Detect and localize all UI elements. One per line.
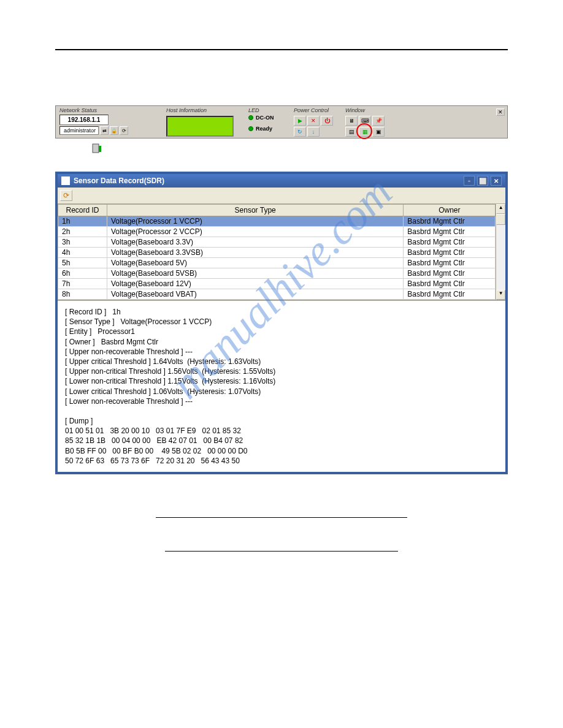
table-row[interactable]: 3hVoltage(Baseboard 3.3V)Basbrd Mgmt Ctl… xyxy=(58,237,496,248)
svg-rect-1 xyxy=(99,146,101,152)
rule-2 xyxy=(165,551,398,552)
lock-button[interactable]: 🔒 xyxy=(110,126,118,135)
table-row[interactable]: 2hVoltage(Processor 2 VCCP)Basbrd Mgmt C… xyxy=(58,227,496,237)
refresh-mini-button[interactable]: ⟳ xyxy=(120,126,128,135)
detail-pane: [ Record ID ] 1h [ Sensor Type ] Voltage… xyxy=(58,300,505,472)
led-label: LED xyxy=(248,107,286,113)
power-cycle-button[interactable]: ⏻ xyxy=(321,116,333,126)
sdr-window: Sensor Data Record(SDR) ▫ ⬜ ✕ ⟳ Record I… xyxy=(55,172,508,474)
top-rule xyxy=(55,49,508,50)
table-row[interactable]: 8hVoltage(Baseboard VBAT)Basbrd Mgmt Ctl… xyxy=(58,289,496,300)
minimize-button[interactable]: ▫ xyxy=(464,176,475,186)
rule-1 xyxy=(156,517,407,518)
network-status-label: Network Status xyxy=(59,107,159,113)
sdr-icon xyxy=(92,143,102,153)
col-owner[interactable]: Owner xyxy=(404,205,496,216)
scroll-down-button[interactable]: ▼ xyxy=(496,290,505,300)
user-field[interactable]: administrator xyxy=(59,126,99,135)
toolbar-close-button[interactable]: ✕ xyxy=(496,108,505,116)
led-ready-label: Ready xyxy=(256,126,272,132)
svg-rect-0 xyxy=(93,144,99,153)
cell-type: Voltage(Baseboard 5VSB) xyxy=(107,268,404,279)
ip-address: 192.168.1.1 xyxy=(59,115,109,125)
window-fru-button[interactable]: ▣ xyxy=(372,127,385,137)
cell-type: Voltage(Baseboard 3.3V) xyxy=(107,237,404,248)
cell-id: 1h xyxy=(58,216,107,227)
power-off-button[interactable]: ✕ xyxy=(307,116,320,126)
sdr-table: Record ID Sensor Type Owner 1hVoltage(Pr… xyxy=(58,204,496,300)
lcd-display xyxy=(166,116,234,137)
cell-id: 4h xyxy=(58,248,107,258)
cell-owner: Basbrd Mgmt Ctlr xyxy=(404,258,496,268)
window-label: Window xyxy=(345,107,396,113)
cell-id: 5h xyxy=(58,258,107,268)
window-sel-button[interactable]: ▤ xyxy=(345,127,358,137)
cell-id: 6h xyxy=(58,268,107,279)
cell-owner: Basbrd Mgmt Ctlr xyxy=(404,227,496,237)
sdr-title: Sensor Data Record(SDR) xyxy=(74,176,164,185)
cell-type: Voltage(Baseboard 12V) xyxy=(107,279,404,289)
cell-type: Voltage(Baseboard VBAT) xyxy=(107,289,404,300)
cell-owner: Basbrd Mgmt Ctlr xyxy=(404,237,496,248)
table-row[interactable]: 5hVoltage(Baseboard 5V)Basbrd Mgmt Ctlr xyxy=(58,258,496,268)
cell-owner: Basbrd Mgmt Ctlr xyxy=(404,268,496,279)
window-sdr-button[interactable]: ▦ xyxy=(359,127,371,137)
cell-type: Voltage(Processor 1 VCCP) xyxy=(107,216,404,227)
cell-owner: Basbrd Mgmt Ctlr xyxy=(404,289,496,300)
table-row[interactable]: 4hVoltage(Baseboard 3.3VSB)Basbrd Mgmt C… xyxy=(58,248,496,258)
table-row[interactable]: 1hVoltage(Processor 1 VCCP)Basbrd Mgmt C… xyxy=(58,216,496,227)
led-ready-indicator xyxy=(248,126,253,131)
window-pin-button[interactable]: 📌 xyxy=(372,116,385,126)
cell-id: 8h xyxy=(58,289,107,300)
cell-id: 3h xyxy=(58,237,107,248)
table-row[interactable]: 6hVoltage(Baseboard 5VSB)Basbrd Mgmt Ctl… xyxy=(58,268,496,279)
cell-id: 2h xyxy=(58,227,107,237)
sdr-toolbar: ⟳ xyxy=(58,188,505,204)
cell-type: Voltage(Processor 2 VCCP) xyxy=(107,227,404,237)
close-button[interactable]: ✕ xyxy=(491,176,502,186)
cell-owner: Basbrd Mgmt Ctlr xyxy=(404,279,496,289)
scrollbar[interactable]: ▲ ▼ xyxy=(496,204,505,300)
host-info-label: Host Information xyxy=(166,107,241,113)
cell-id: 7h xyxy=(58,279,107,289)
power-shutdown-button[interactable]: ↓ xyxy=(307,127,320,137)
led-dcon-indicator xyxy=(248,115,253,120)
maximize-button[interactable]: ⬜ xyxy=(477,176,488,186)
cell-type: Voltage(Baseboard 5V) xyxy=(107,258,404,268)
col-sensor-type[interactable]: Sensor Type xyxy=(107,205,404,216)
col-record-id[interactable]: Record ID xyxy=(58,205,107,216)
connect-button[interactable]: ⇄ xyxy=(100,126,109,135)
power-reset-button[interactable]: ↻ xyxy=(294,127,306,137)
cell-owner: Basbrd Mgmt Ctlr xyxy=(404,216,496,227)
scroll-track[interactable] xyxy=(496,225,505,290)
refresh-button[interactable]: ⟳ xyxy=(60,190,72,201)
table-row[interactable]: 7hVoltage(Baseboard 12V)Basbrd Mgmt Ctlr xyxy=(58,279,496,289)
sdr-titlebar: Sensor Data Record(SDR) ▫ ⬜ ✕ xyxy=(58,174,505,188)
led-dcon-label: DC-ON xyxy=(256,115,274,121)
power-on-button[interactable]: ▶ xyxy=(294,116,306,126)
power-control-label: Power Control xyxy=(294,107,338,113)
scroll-thumb[interactable] xyxy=(496,214,505,225)
window-console-button[interactable]: 🖥 xyxy=(345,116,358,126)
app-toolbar: Network Status 192.168.1.1 administrator… xyxy=(55,105,508,138)
window-keyboard-button[interactable]: ⌨ xyxy=(359,116,371,126)
sdr-window-icon xyxy=(61,176,70,185)
cell-type: Voltage(Baseboard 3.3VSB) xyxy=(107,248,404,258)
scroll-up-button[interactable]: ▲ xyxy=(496,204,505,214)
cell-owner: Basbrd Mgmt Ctlr xyxy=(404,248,496,258)
